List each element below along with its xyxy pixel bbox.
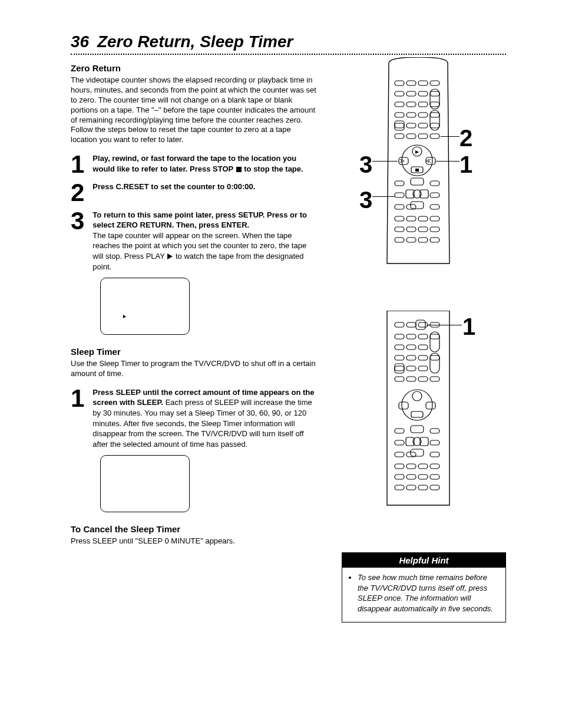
step-number: 1 [71, 153, 84, 176]
play-indicator-icon [123, 315, 126, 318]
remote-svg [342, 311, 495, 511]
lead-line [436, 161, 459, 162]
step-text: To return to this same point later, pres… [92, 210, 307, 230]
helpful-hint-body: To see how much time remains before the … [358, 572, 498, 614]
remote-illustration-1: 2 1 3 3 [342, 57, 495, 269]
step-number: 1 [71, 387, 84, 449]
page-number: 36 [71, 32, 89, 51]
lead-line [372, 196, 395, 197]
callout-sleep-1: 1 [462, 314, 475, 340]
callout-3a: 3 [359, 151, 372, 178]
cancel-sleep-heading: To Cancel the Sleep Timer [71, 524, 318, 534]
sleep-timer-intro: Use the Sleep Timer to program the TV/VC… [71, 359, 318, 379]
separator [71, 54, 506, 55]
step-number: 2 [71, 182, 84, 204]
page-title-text: Zero Return, Sleep Timer [97, 32, 293, 51]
callout-2: 2 [459, 125, 472, 151]
tv-screen-illustration-2 [100, 455, 190, 512]
zero-return-step-2: 2 Press C.RESET to set the counter to 0:… [71, 182, 318, 204]
tv-screen-illustration [100, 278, 190, 335]
play-icon [167, 253, 173, 259]
step-text: Press C.RESET to set the counter to 0:00… [92, 182, 255, 191]
helpful-hint-box: Helpful Hint To see how much time remain… [342, 552, 506, 622]
zero-return-heading: Zero Return [71, 63, 318, 73]
callout-3b: 3 [359, 187, 372, 213]
zero-return-intro: The videotape counter shows the elapsed … [71, 75, 318, 145]
stop-icon [236, 167, 242, 172]
page-title: 36 Zero Return, Sleep Timer [71, 32, 506, 51]
lead-line [372, 161, 398, 162]
cancel-sleep-body: Press SLEEP until "SLEEP 0 MINUTE" appea… [71, 536, 318, 546]
step-text-b: to stop the tape. [242, 164, 303, 173]
lead-line [441, 136, 459, 137]
remote-illustration-2: 1 [342, 311, 495, 511]
helpful-hint-title: Helpful Hint [342, 553, 505, 568]
zero-return-step-3: 3 To return to this same point later, pr… [71, 210, 318, 272]
sleep-timer-heading: Sleep Timer [71, 347, 318, 357]
step-number: 3 [71, 210, 84, 272]
lead-line [427, 325, 462, 325]
sleep-timer-step-1: 1 Press SLEEP until the correct amount o… [71, 387, 318, 449]
callout-1: 1 [459, 151, 472, 178]
zero-return-step-1: 1 Play, rewind, or fast forward the tape… [71, 153, 318, 176]
svg-rect-56 [415, 169, 419, 172]
